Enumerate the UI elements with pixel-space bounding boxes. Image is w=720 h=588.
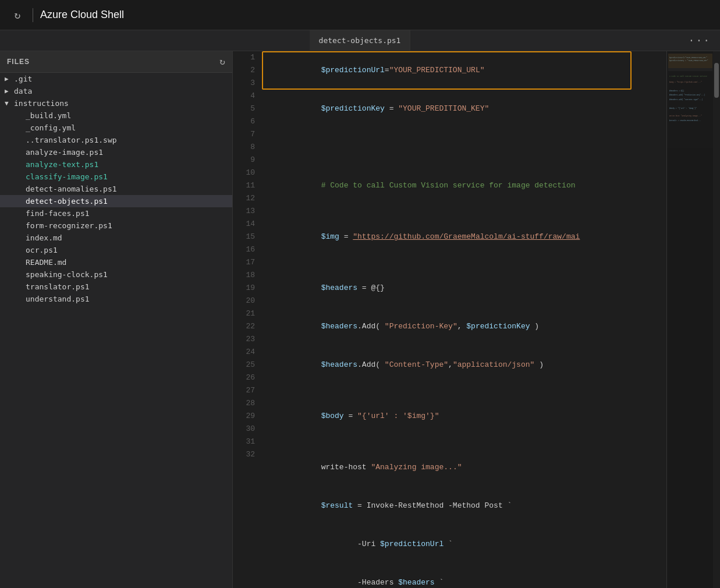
sidebar-item-label: classify-image.ps1 (26, 172, 108, 181)
sidebar: FILES ↻ ▶ .git ▶ data ▼ instructions _bu… (0, 51, 233, 588)
sidebar-item-instructions[interactable]: ▼ instructions (0, 97, 232, 109)
content-area: FILES ↻ ▶ .git ▶ data ▼ instructions _bu… (0, 51, 720, 588)
sidebar-item-label: _build.yml (26, 111, 71, 120)
sidebar-item-label: find-faces.ps1 (26, 209, 90, 218)
refresh-icon[interactable]: ↻ (9, 7, 26, 23)
sidebar-item-label: data (14, 87, 32, 95)
code-line-12: $headers.Add( "Content-Type","applicatio… (267, 346, 666, 384)
code-line-4 (267, 141, 666, 154)
code-line-9 (267, 256, 666, 269)
sidebar-item-speaking-clock[interactable]: speaking-clock.ps1 (0, 268, 232, 281)
code-line-19: -Headers $headers ` (267, 564, 666, 588)
code-line-11: $headers.Add( "Prediction-Key", $predict… (267, 307, 666, 346)
sidebar-item-classify-image[interactable]: classify-image.ps1 (0, 171, 232, 183)
code-line-5 (267, 154, 666, 167)
editor-body: 1 2 3 4 5 6 7 8 9 10 11 12 13 14 15 16 1 (233, 51, 720, 588)
main-container: detect-objects.ps1 ··· FILES ↻ ▶ .git ▶ … (0, 30, 720, 588)
code-line-17: $result = Invoke-RestMethod -Method Post… (267, 487, 666, 525)
sidebar-item-label: ..translator.ps1.swp (26, 136, 117, 144)
code-line-6: # Code to call Custom Vision service for… (267, 167, 666, 205)
code-line-15 (267, 435, 666, 448)
code-line-18: -Uri $predictionUrl ` (267, 525, 666, 564)
code-line-10: $headers = @{} (267, 269, 666, 307)
sidebar-item-git[interactable]: ▶ .git (0, 73, 232, 85)
app-title: Azure Cloud Shell (40, 9, 124, 21)
separator (33, 8, 33, 22)
sidebar-item-label: analyze-image.ps1 (26, 148, 103, 157)
tab-bar: detect-objects.ps1 ··· (0, 30, 720, 51)
sidebar-item-label: index.md (26, 233, 62, 242)
minimap-content: $predictionUrl="YOUR_PREDICTION_URL" $pr… (667, 51, 713, 588)
svg-text:# Code to call Custom Vision s: # Code to call Custom Vision service (669, 75, 707, 77)
sidebar-item-form-recognizer[interactable]: form-recognizer.ps1 (0, 219, 232, 232)
sidebar-item-translator-ps1[interactable]: translator.ps1 (0, 281, 232, 293)
svg-text:$img = "https://github.com/...: $img = "https://github.com/..." (669, 81, 702, 83)
editor-area: 1 2 3 4 5 6 7 8 9 10 11 12 13 14 15 16 1 (233, 51, 720, 588)
code-line-2: $predictionKey = "YOUR_PREDITION_KEY" (267, 90, 666, 128)
code-line-14: $body = "{'url' : '$img'}" (267, 397, 666, 435)
sidebar-item-label: translator.ps1 (26, 282, 90, 291)
sidebar-item-translator-swp[interactable]: ..translator.ps1.swp (0, 134, 232, 146)
svg-text:write-host "Analyzing image...: write-host "Analyzing image..." (669, 115, 702, 117)
sidebar-item-label: speaking-clock.ps1 (26, 270, 108, 279)
sidebar-item-label: _config.yml (26, 123, 76, 132)
sidebar-item-analyze-image[interactable]: analyze-image.ps1 (0, 146, 232, 158)
tab-more-icon[interactable]: ··· (689, 35, 711, 47)
code-editor[interactable]: $predictionUrl="YOUR_PREDICTION_URL" $pr… (262, 51, 666, 588)
svg-text:$headers.Add( "Content-Type"..: $headers.Add( "Content-Type"...) (669, 98, 703, 101)
vertical-scrollbar[interactable] (713, 51, 720, 588)
sidebar-item-label: instructions (14, 99, 69, 108)
sidebar-item-label: README.md (26, 258, 66, 267)
sidebar-refresh-icon[interactable]: ↻ (219, 56, 225, 68)
line-numbers: 1 2 3 4 5 6 7 8 9 10 11 12 13 14 15 16 1 (233, 51, 262, 588)
sidebar-title: FILES (7, 58, 30, 66)
code-line-3 (267, 128, 666, 141)
folder-arrow-icon: ▶ (5, 87, 12, 95)
minimap: $predictionUrl="YOUR_PREDICTION_URL" $pr… (666, 51, 713, 588)
sidebar-item-readme-md[interactable]: README.md (0, 256, 232, 268)
sidebar-item-label: understand.ps1 (26, 295, 90, 303)
sidebar-item-ocr-ps1[interactable]: ocr.ps1 (0, 244, 232, 256)
top-bar: ↻ Azure Cloud Shell (0, 0, 720, 30)
sidebar-item-detect-anomalies[interactable]: detect-anomalies.ps1 (0, 183, 232, 195)
sidebar-item-label: ocr.ps1 (26, 246, 58, 254)
tab-filename: detect-objects.ps1 (319, 36, 401, 45)
folder-arrow-icon: ▶ (5, 75, 12, 83)
sidebar-item-analyze-text[interactable]: analyze-text.ps1 (0, 158, 232, 171)
sidebar-item-config-yml[interactable]: _config.yml (0, 122, 232, 134)
sidebar-item-label: detect-anomalies.ps1 (26, 185, 117, 193)
code-line-1: $predictionUrl="YOUR_PREDICTION_URL" (267, 51, 666, 90)
sidebar-header: FILES ↻ (0, 51, 232, 73)
code-line-7 (267, 205, 666, 218)
scrollbar-thumb[interactable] (714, 63, 719, 98)
svg-text:$body = "{'url' : '$img'}": $body = "{'url' : '$img'}" (669, 107, 697, 109)
svg-rect-11 (668, 54, 712, 68)
sidebar-item-data[interactable]: ▶ data (0, 85, 232, 97)
folder-arrow-icon: ▼ (5, 100, 12, 107)
code-line-8: $img = "https://github.com/GraemeMalcolm… (267, 218, 666, 256)
sidebar-item-detect-objects[interactable]: detect-objects.ps1 (0, 195, 232, 207)
sidebar-item-index-md[interactable]: index.md (0, 232, 232, 244)
sidebar-item-label: analyze-text.ps1 (26, 160, 98, 169)
minimap-svg: $predictionUrl="YOUR_PREDICTION_URL" $pr… (668, 54, 712, 286)
svg-text:$headers.Add( "Prediction-Key": $headers.Add( "Prediction-Key"...) (669, 94, 705, 96)
sidebar-item-understand-ps1[interactable]: understand.ps1 (0, 293, 232, 305)
sidebar-item-build-yml[interactable]: _build.yml (0, 109, 232, 122)
svg-text:$headers = @{}: $headers = @{} (669, 90, 684, 92)
active-tab[interactable]: detect-objects.ps1 (310, 30, 411, 51)
sidebar-item-find-faces[interactable]: find-faces.ps1 (0, 207, 232, 219)
sidebar-item-label: detect-objects.ps1 (26, 197, 108, 206)
sidebar-item-label: form-recognizer.ps1 (26, 221, 112, 230)
code-line-16: write-host "Analyzing image..." (267, 448, 666, 487)
sidebar-item-label: .git (14, 75, 32, 83)
svg-text:$result = Invoke-RestMethod...: $result = Invoke-RestMethod... (669, 119, 701, 122)
code-line-13 (267, 384, 666, 397)
